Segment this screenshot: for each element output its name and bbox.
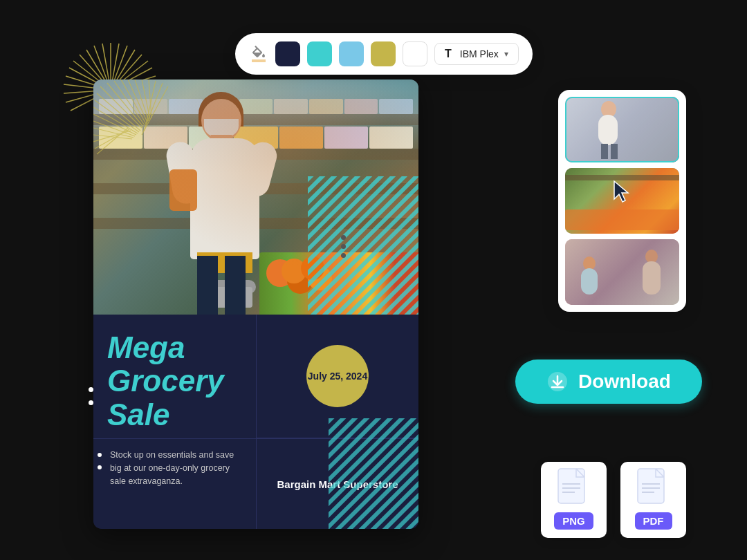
poster-title-area: Mega Grocery Sale [93, 315, 256, 438]
file-icon-pdf [636, 467, 671, 509]
color-toolbar: T IBM Plex ▾ [235, 33, 533, 75]
color-swatch-light-blue[interactable] [339, 41, 364, 66]
chevron-down-icon: ▾ [504, 49, 508, 59]
poster-store-area: Bargain Mart Superstore [256, 438, 418, 529]
pdf-badge: PDF [635, 512, 672, 530]
date-circle: July 25, 2024 [306, 345, 369, 407]
store-name: Bargain Mart Superstore [277, 477, 398, 492]
svg-rect-45 [308, 176, 418, 315]
poster-left-dots [89, 387, 93, 405]
font-selector[interactable]: T IBM Plex ▾ [434, 43, 519, 65]
png-format-button[interactable]: PNG [541, 462, 607, 538]
image-thumbnail-3[interactable] [565, 239, 679, 305]
download-icon [546, 371, 569, 393]
image-selector-panel [558, 90, 686, 312]
bullet-dot-2 [98, 465, 102, 469]
color-swatch-white[interactable] [403, 41, 427, 66]
download-button[interactable]: Download [515, 360, 702, 404]
color-swatch-khaki[interactable] [371, 41, 396, 66]
diagonal-stripes-photo [308, 176, 418, 315]
bullet-dots [98, 453, 102, 469]
poster-description-area: Stock up on essentials and save big at o… [93, 438, 256, 529]
resize-handle-dots [341, 235, 346, 258]
resize-dot-2 [341, 244, 346, 249]
font-t-icon: T [445, 48, 452, 60]
poster-bottom: Mega Grocery Sale July 25, 2024 Stock up… [93, 315, 418, 529]
left-dot-2 [89, 400, 93, 405]
color-swatch-teal[interactable] [307, 41, 332, 66]
poster-photo [93, 80, 418, 315]
color-swatch-dark-navy[interactable] [275, 41, 300, 66]
poster-description: Stock up on essentials and save big at o… [107, 449, 242, 487]
pdf-format-button[interactable]: PDF [620, 462, 686, 538]
svg-rect-50 [558, 469, 584, 503]
poster-title: Mega Grocery Sale [107, 331, 242, 431]
paint-bucket-icon[interactable] [249, 44, 268, 64]
resize-dot-1 [341, 235, 346, 240]
image-thumbnail-1[interactable] [565, 97, 679, 162]
selected-overlay [565, 97, 679, 162]
resize-dot-3 [341, 253, 346, 258]
left-dot-1 [89, 387, 93, 392]
poster-card: Mega Grocery Sale July 25, 2024 Stock up… [93, 80, 418, 529]
cursor-arrow [610, 180, 635, 207]
bullet-dot-1 [98, 453, 102, 457]
file-icon-png [557, 467, 591, 509]
poster-date-area: July 25, 2024 [256, 315, 418, 438]
poster-date: July 25, 2024 [308, 370, 367, 382]
svg-rect-54 [638, 469, 664, 503]
download-button-label: Download [578, 371, 671, 393]
file-formats-panel: PNG PDF [541, 462, 686, 538]
png-badge: PNG [554, 512, 593, 530]
svg-marker-48 [614, 181, 628, 202]
font-selector-label: IBM Plex [460, 48, 499, 59]
